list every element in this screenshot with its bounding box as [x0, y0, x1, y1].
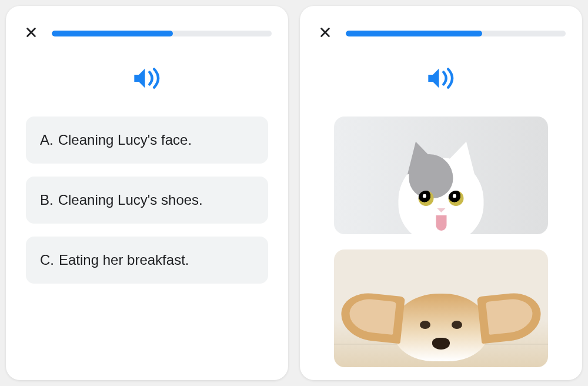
- cat-icon: [399, 158, 484, 234]
- option-text: Cleaning Lucy's face.: [58, 132, 192, 148]
- close-icon: [25, 26, 38, 41]
- option-prefix: B.: [40, 192, 54, 208]
- image-option-cat[interactable]: [334, 117, 548, 234]
- option-text: Cleaning Lucy's shoes.: [58, 192, 203, 208]
- progress-bar: [346, 31, 566, 36]
- close-button[interactable]: [316, 25, 334, 42]
- play-audio-button[interactable]: [426, 66, 456, 93]
- option-prefix: A.: [40, 132, 54, 148]
- quiz-card-text-options: A. Cleaning Lucy's face. B. Cleaning Luc…: [6, 6, 288, 380]
- progress-fill: [52, 31, 173, 36]
- speaker-icon: [426, 66, 456, 93]
- close-icon: [319, 26, 332, 41]
- card-header: [22, 25, 272, 42]
- text-option-list: A. Cleaning Lucy's face. B. Cleaning Luc…: [22, 117, 272, 284]
- image-option-dog[interactable]: [334, 249, 548, 367]
- speaker-icon: [132, 66, 162, 93]
- option-c[interactable]: C. Eating her breakfast.: [26, 237, 268, 284]
- image-option-list: [316, 117, 566, 367]
- quiz-card-image-options: [300, 6, 582, 380]
- dog-icon: [394, 294, 488, 361]
- progress-fill: [346, 31, 482, 36]
- option-text: Eating her breakfast.: [59, 252, 189, 268]
- card-header: [316, 25, 566, 42]
- option-b[interactable]: B. Cleaning Lucy's shoes.: [26, 177, 268, 224]
- progress-bar: [52, 31, 272, 36]
- option-prefix: C.: [40, 252, 54, 268]
- play-audio-button[interactable]: [132, 66, 162, 93]
- option-a[interactable]: A. Cleaning Lucy's face.: [26, 117, 268, 164]
- close-button[interactable]: [22, 25, 40, 42]
